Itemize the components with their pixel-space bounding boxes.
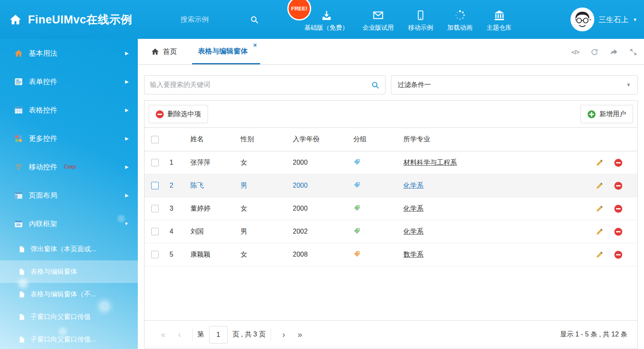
cell-year: 2000 — [289, 197, 349, 220]
major-link[interactable]: 数学系 — [403, 251, 423, 258]
sidebar-subitem-popup-window[interactable]: 弹出窗体（本页面或... — [0, 238, 138, 260]
filter-dropdown[interactable]: 过滤条件一 ▼ — [391, 75, 638, 94]
nav-item-theme-store[interactable]: 主题仓库 — [479, 7, 519, 32]
minus-circle-icon — [156, 110, 164, 118]
tab-toolbar: </> — [571, 39, 637, 65]
sidebar-subitem-child-to-parent-2[interactable]: 子窗口向父窗口传值... — [0, 328, 138, 349]
cell-year: 2000 — [289, 174, 349, 197]
edit-pencil-icon[interactable] — [596, 158, 604, 167]
tab-home[interactable]: 首页 — [145, 39, 184, 64]
share-icon[interactable] — [610, 48, 618, 56]
delete-row-icon[interactable] — [614, 205, 622, 213]
sidebar-item-iframe[interactable]: 内联框架 ▼ — [0, 209, 138, 238]
keyword-search-input[interactable] — [150, 81, 371, 89]
tab-close-icon[interactable]: × — [253, 42, 257, 48]
major-link[interactable]: 化学系 — [403, 228, 423, 235]
tag-icon — [353, 158, 360, 166]
mobile-signal-icon — [14, 163, 23, 171]
row-checkbox[interactable] — [151, 228, 159, 235]
sidebar-subitem-grid-edit-window-2[interactable]: 表格与编辑窗体（不... — [0, 283, 138, 306]
search-icon[interactable] — [250, 15, 259, 24]
tab-label: 表格与编辑窗体 — [198, 46, 248, 56]
cell-year: 2008 — [289, 243, 349, 266]
document-icon — [18, 291, 25, 298]
sidebar-item-page-layout[interactable]: 页面布局 ▶ — [0, 181, 138, 209]
table-row[interactable]: 5 康颖颖 女 2008 数学系 — [145, 243, 637, 266]
select-all-checkbox[interactable] — [151, 136, 159, 143]
nav-item-enterprise-trial[interactable]: 企业版试用 — [355, 7, 401, 32]
nav-item-label: 加载动画 — [447, 24, 472, 32]
header-search — [180, 0, 259, 39]
mobile-icon — [416, 10, 426, 21]
nav-item-loading-animation[interactable]: 加载动画 — [440, 7, 479, 32]
document-icon — [18, 246, 25, 253]
table-row[interactable]: 2 陈飞 男 2000 化学系 — [145, 174, 637, 197]
add-user-button[interactable]: 新增用户 — [581, 105, 633, 123]
home-icon[interactable] — [9, 13, 22, 26]
sidebar-item-form-controls[interactable]: 表单控件 ▶ — [0, 67, 138, 96]
row-checkbox[interactable] — [151, 205, 159, 212]
app-header: FineUIMvc在线示例 FREE! 基础版（免费） 企业版试用 移动示例 — [0, 0, 644, 39]
sidebar-subitem-child-to-parent[interactable]: 子窗口向父窗口传值 — [0, 306, 138, 328]
page-number-input[interactable] — [209, 326, 228, 344]
next-page-icon[interactable]: › — [276, 330, 292, 339]
table-row[interactable]: 4 刘国 男 2002 化学系 — [145, 220, 637, 243]
delete-row-icon[interactable] — [614, 159, 622, 167]
user-menu[interactable]: 三生石上 ▼ — [570, 0, 637, 39]
sidebar-item-label: 表单控件 — [29, 77, 57, 87]
home-icon — [151, 48, 159, 56]
envelope-icon — [373, 10, 384, 21]
edit-pencil-icon[interactable] — [596, 250, 604, 259]
edit-pencil-icon[interactable] — [596, 227, 604, 236]
first-page-icon[interactable]: « — [155, 330, 172, 339]
tag-icon — [353, 250, 360, 257]
row-index: 5 — [165, 243, 186, 266]
table-row[interactable]: 1 张萍萍 女 2000 材料科学与工程系 — [145, 151, 637, 174]
edit-pencil-icon[interactable] — [596, 181, 604, 190]
sidebar-item-label: 内联框架 — [29, 219, 57, 229]
corp-badge: Corp. — [64, 163, 77, 170]
user-name: 三生石上 — [598, 15, 629, 25]
divider — [271, 329, 271, 341]
col-gender: 性别 — [236, 128, 289, 151]
delete-row-icon[interactable] — [614, 228, 622, 236]
row-checkbox[interactable] — [151, 251, 159, 258]
home-icon — [14, 49, 23, 58]
tab-grid-edit-window[interactable]: 表格与编辑窗体 × — [192, 39, 260, 64]
delete-row-icon[interactable] — [614, 182, 622, 190]
chevron-down-icon: ▼ — [633, 17, 637, 22]
row-checkbox[interactable] — [151, 182, 159, 189]
filter-dropdown-value: 过滤条件一 — [398, 81, 431, 89]
form-icon — [14, 77, 23, 86]
sidebar-item-mobile-controls[interactable]: 移动控件 Corp. ▶ — [0, 153, 138, 181]
edit-pencil-icon[interactable] — [596, 204, 604, 213]
nav-item-mobile-demo[interactable]: 移动示例 — [401, 7, 440, 32]
document-icon — [18, 336, 25, 343]
major-link[interactable]: 化学系 — [403, 205, 423, 212]
major-link[interactable]: 材料科学与工程系 — [403, 159, 457, 166]
table-row[interactable]: 3 董婷婷 女 2000 化学系 — [145, 197, 637, 220]
row-index: 2 — [165, 174, 186, 197]
delete-selected-button[interactable]: 删除选中项 — [149, 105, 208, 123]
sidebar-subitem-grid-edit-window[interactable]: 表格与编辑窗体 — [0, 260, 138, 283]
sidebar-item-grid-controls[interactable]: 表格控件 ▶ — [0, 96, 138, 124]
major-link[interactable]: 化学系 — [403, 182, 423, 189]
tab-label: 首页 — [163, 47, 177, 56]
sidebar-item-basic-usage[interactable]: 基本用法 ▶ — [0, 39, 138, 67]
delete-row-icon[interactable] — [614, 251, 622, 259]
tag-icon — [353, 181, 360, 189]
sidebar-item-more-controls[interactable]: 更多控件 ▶ — [0, 124, 138, 153]
expand-icon[interactable] — [629, 48, 637, 56]
prev-page-icon[interactable]: ‹ — [172, 330, 187, 339]
cell-name: 康颖颖 — [186, 243, 236, 266]
source-code-icon[interactable]: </> — [571, 48, 579, 56]
user-table: 姓名 性别 入学年份 分组 所学专业 1 张萍萍 女 2000 材料科学与工程系 — [145, 127, 637, 266]
header-search-input[interactable] — [180, 15, 239, 24]
col-index — [165, 128, 186, 151]
cell-gender: 女 — [236, 197, 289, 220]
last-page-icon[interactable]: » — [292, 330, 309, 339]
document-icon — [18, 268, 25, 275]
search-icon[interactable] — [371, 81, 380, 89]
refresh-icon[interactable] — [591, 48, 598, 56]
row-checkbox[interactable] — [151, 159, 159, 166]
